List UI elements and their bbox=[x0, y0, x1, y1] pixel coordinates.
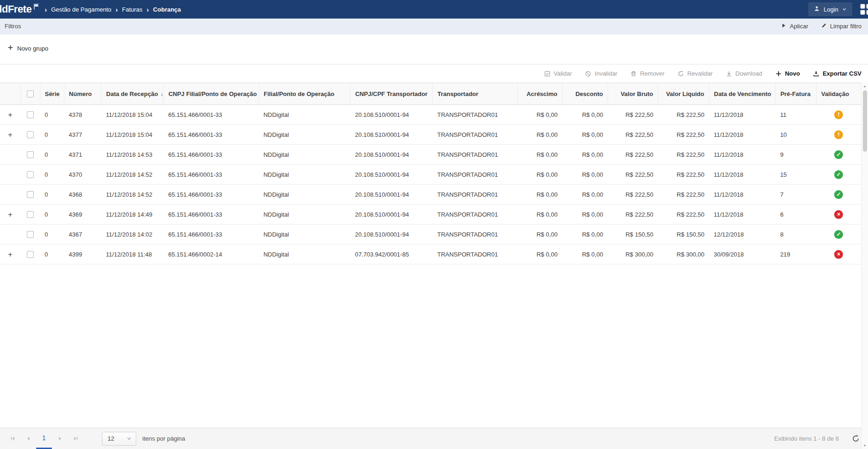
row-checkbox[interactable] bbox=[27, 251, 34, 258]
clear-filter-button[interactable]: Limpar filtro bbox=[821, 23, 862, 30]
column-label: Valor Líquido bbox=[666, 90, 704, 97]
cell-expand: + bbox=[0, 205, 20, 224]
row-checkbox[interactable] bbox=[27, 171, 34, 178]
column-header-valor_bruto[interactable]: Valor Bruto bbox=[608, 83, 658, 105]
cell-transportador: TRANSPORTADOR01 bbox=[432, 244, 517, 264]
apps-grid-icon[interactable] bbox=[860, 2, 868, 16]
row-checkbox[interactable] bbox=[27, 111, 34, 118]
cell-valor_liquido: R$ 150,50 bbox=[658, 224, 709, 244]
row-checkbox[interactable] bbox=[27, 211, 34, 218]
page-size-select[interactable]: 12 bbox=[102, 432, 136, 446]
toolbar-novo-button[interactable]: Novo bbox=[775, 70, 800, 77]
toolbar-exportar-csv-button[interactable]: Exportar CSV bbox=[813, 70, 862, 77]
row-checkbox[interactable] bbox=[27, 131, 34, 138]
invoice-grid: SérieNúmeroData de Recepção↓CNPJ Filial/… bbox=[0, 83, 861, 428]
last-page-button[interactable] bbox=[68, 428, 83, 449]
column-header-transportador[interactable]: Transportador bbox=[432, 83, 517, 105]
column-header-vencimento[interactable]: Data de Vencimento bbox=[709, 83, 775, 105]
cell-recepcao: 11/12/2018 11:48 bbox=[101, 244, 164, 264]
cell-desconto: R$ 0,00 bbox=[562, 185, 608, 205]
app-window: ddFrete ›Gestão de Pagamento›Faturas›Cob… bbox=[0, 0, 868, 449]
login-button[interactable]: Login bbox=[808, 2, 852, 16]
cell-valor_liquido: R$ 222,50 bbox=[658, 125, 709, 145]
column-label: CNPJ/CPF Transportador bbox=[355, 90, 427, 97]
column-header-desconto[interactable]: Desconto bbox=[562, 83, 608, 105]
app-logo[interactable]: ddFrete bbox=[0, 1, 40, 18]
chevron-down-icon bbox=[842, 6, 847, 13]
flag-logo-icon bbox=[33, 1, 40, 12]
toolbar-remover-button[interactable]: Remover bbox=[630, 70, 665, 77]
column-header-recepcao[interactable]: Data de Recepção↓ bbox=[101, 83, 164, 105]
cell-serie: 0 bbox=[40, 105, 64, 125]
column-header-cnpj_transportador[interactable]: CNPJ/CPF Transportador bbox=[350, 83, 432, 105]
cell-recepcao: 11/12/2018 15:04 bbox=[101, 125, 164, 145]
new-group-button[interactable]: Novo grupo bbox=[7, 45, 48, 52]
check-square-icon bbox=[544, 71, 551, 77]
cell-filial: NDDigital bbox=[259, 145, 350, 165]
valid-status-icon: ✓ bbox=[834, 190, 843, 199]
toolbar-invalidar-button[interactable]: Invalidar bbox=[585, 70, 617, 77]
column-header-acrescimo[interactable]: Acréscimo bbox=[518, 83, 562, 105]
cell-expand bbox=[0, 145, 20, 165]
scroll-down-icon[interactable]: ▼ bbox=[863, 442, 867, 449]
column-header-cnpj_filial[interactable]: CNPJ Filial/Ponto de Operação bbox=[164, 83, 259, 105]
column-header-serie[interactable]: Série bbox=[40, 83, 64, 105]
select-all-checkbox[interactable] bbox=[27, 90, 34, 97]
row-checkbox[interactable] bbox=[27, 151, 34, 158]
expand-row-button[interactable]: + bbox=[7, 111, 13, 119]
cell-numero: 4367 bbox=[64, 224, 101, 244]
breadcrumb-item[interactable]: Faturas bbox=[122, 6, 142, 13]
breadcrumb-separator-icon: › bbox=[115, 6, 118, 13]
expand-row-button[interactable]: + bbox=[7, 250, 13, 258]
cell-select bbox=[20, 205, 40, 224]
cell-pre_fatura: 219 bbox=[775, 244, 816, 264]
column-header-filial[interactable]: Filial/Ponto de Operação bbox=[259, 83, 350, 105]
apply-filter-button[interactable]: Aplicar bbox=[781, 23, 808, 30]
valid-status-icon: ✓ bbox=[834, 150, 843, 159]
refresh-grid-button[interactable] bbox=[852, 435, 860, 443]
toolbar-button-label: Revalidar bbox=[687, 70, 713, 77]
breadcrumb-item[interactable]: Cobrança bbox=[153, 6, 181, 13]
cell-serie: 0 bbox=[40, 125, 64, 145]
next-page-button[interactable] bbox=[52, 428, 68, 449]
expand-row-button[interactable]: + bbox=[7, 211, 13, 218]
grid-toolbar: ValidarInvalidarRemoverRevalidarDownload… bbox=[0, 64, 868, 83]
cell-acrescimo: R$ 0,00 bbox=[518, 105, 562, 125]
column-header-valor_liquido[interactable]: Valor Líquido bbox=[658, 83, 709, 105]
cell-numero: 4368 bbox=[64, 185, 101, 205]
cell-serie: 0 bbox=[40, 205, 64, 224]
toolbar-validar-button[interactable]: Validar bbox=[544, 70, 572, 77]
invoice-table: SérieNúmeroData de Recepção↓CNPJ Filial/… bbox=[0, 83, 861, 264]
scroll-up-icon[interactable]: ▲ bbox=[863, 83, 867, 90]
scrollbar-thumb[interactable] bbox=[863, 90, 867, 152]
cell-recepcao: 11/12/2018 14:52 bbox=[101, 185, 164, 205]
row-checkbox[interactable] bbox=[27, 191, 34, 198]
breadcrumb-item[interactable]: Gestão de Pagamento bbox=[51, 6, 111, 13]
cell-cnpj_transportador: 07.703.942/0001-85 bbox=[350, 244, 432, 264]
first-page-button[interactable] bbox=[5, 428, 20, 449]
cell-acrescimo: R$ 0,00 bbox=[518, 224, 562, 244]
cell-cnpj_transportador: 20.108.510/0001-94 bbox=[350, 105, 432, 125]
cell-recepcao: 11/12/2018 14:52 bbox=[101, 165, 164, 185]
cell-expand: + bbox=[0, 244, 20, 264]
cell-pre_fatura: 6 bbox=[775, 205, 816, 224]
column-header-validacao[interactable]: Validação bbox=[817, 83, 861, 105]
valid-status-icon: ✓ bbox=[834, 230, 843, 239]
cell-vencimento: 11/12/2018 bbox=[709, 185, 775, 205]
cell-cnpj_filial: 65.151.466/0001-33 bbox=[164, 224, 259, 244]
page-1-button[interactable]: 1 bbox=[36, 428, 52, 449]
cell-numero: 4369 bbox=[64, 205, 101, 224]
toolbar-revalidar-button[interactable]: Revalidar bbox=[678, 70, 713, 77]
toolbar-download-button[interactable]: Download bbox=[726, 70, 762, 77]
cell-cnpj_transportador: 20.108.510/0001-94 bbox=[350, 224, 432, 244]
expand-row-button[interactable]: + bbox=[7, 131, 13, 139]
cell-expand: + bbox=[0, 105, 20, 125]
cell-desconto: R$ 0,00 bbox=[562, 145, 608, 165]
vertical-scrollbar[interactable]: ▲ ▼ bbox=[861, 83, 868, 449]
column-header-select[interactable] bbox=[20, 83, 40, 105]
plus-icon bbox=[775, 71, 782, 77]
row-checkbox[interactable] bbox=[27, 231, 34, 238]
column-header-pre_fatura[interactable]: Pré-Fatura bbox=[775, 83, 816, 105]
column-header-numero[interactable]: Número bbox=[64, 83, 101, 105]
prev-page-button[interactable] bbox=[20, 428, 36, 449]
